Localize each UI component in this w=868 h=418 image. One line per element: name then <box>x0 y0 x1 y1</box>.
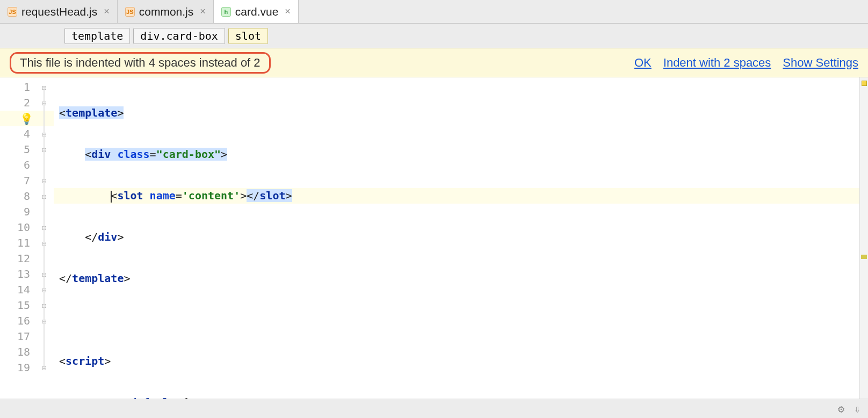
tab-common[interactable]: JS common.js × <box>118 0 214 23</box>
breadcrumb-div[interactable]: div.card-box <box>133 28 225 44</box>
breadcrumb-bar: template div.card-box slot <box>0 24 868 48</box>
breadcrumb-template[interactable]: template <box>64 28 130 44</box>
js-file-icon: JS <box>125 7 135 17</box>
tab-label: card.vue <box>235 5 279 18</box>
tab-label: common.js <box>139 5 194 18</box>
tab-label: requestHead.js <box>21 5 97 18</box>
breadcrumb-slot[interactable]: slot <box>228 28 268 44</box>
vue-file-icon: h <box>221 7 231 17</box>
gear-icon[interactable]: ⚙ <box>838 402 844 415</box>
download-icon[interactable]: ⇩ <box>854 402 860 415</box>
close-icon[interactable]: × <box>285 6 291 17</box>
notification-actions: OK Indent with 2 spaces Show Settings <box>634 56 858 70</box>
js-file-icon: JS <box>8 7 17 17</box>
tab-bar: JS requestHead.js × JS common.js × h car… <box>0 0 868 24</box>
notification-indent-link[interactable]: Indent with 2 spaces <box>663 56 771 70</box>
intention-bulb-icon[interactable]: 💡 <box>20 111 32 126</box>
close-icon[interactable]: × <box>104 6 110 17</box>
notification-settings-link[interactable]: Show Settings <box>783 56 858 70</box>
code-area[interactable]: <template> <div class="card-box"> <slot … <box>54 77 859 399</box>
editor: 1 2 3 💡 4 5 6 7 8 9 10 11 12 13 14 15 16… <box>0 77 868 399</box>
fold-column: ⊟ ⊟ ⊟ ⊟ ⊟ ⊟ ⊟ ⊟ ⊟ ⊟ ⊟ ⊟ ⊟ <box>38 80 50 376</box>
notification-ok-link[interactable]: OK <box>634 56 652 70</box>
close-icon[interactable]: × <box>200 6 206 17</box>
tab-card[interactable]: h card.vue × <box>214 0 299 23</box>
scroll-marker[interactable] <box>861 255 867 259</box>
status-bar: ⚙ ⇩ <box>0 399 868 418</box>
editor-scrollbar[interactable] <box>859 77 868 399</box>
inspection-status-icon[interactable] <box>862 81 867 86</box>
notification-bar: This file is indented with 4 spaces inst… <box>0 48 868 77</box>
tab-requesthead[interactable]: JS requestHead.js × <box>0 0 118 23</box>
gutter: 1 2 3 💡 4 5 6 7 8 9 10 11 12 13 14 15 16… <box>0 77 54 399</box>
notification-message: This file is indented with 4 spaces inst… <box>10 52 271 74</box>
